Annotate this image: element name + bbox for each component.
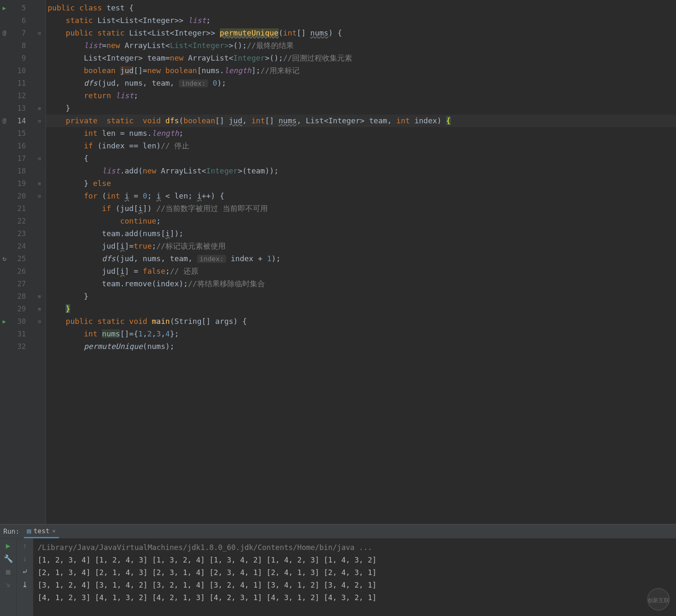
line-number[interactable]: 22: [0, 215, 33, 227]
token: >();: [229, 41, 247, 50]
token: new: [143, 166, 161, 175]
token: int: [84, 329, 102, 338]
line-number[interactable]: 13: [0, 102, 33, 115]
close-icon[interactable]: ✕: [52, 527, 56, 534]
wrench-icon[interactable]: 🔧: [4, 554, 13, 563]
run-gutter-icon[interactable]: ▶: [3, 2, 6, 14]
recursive-call-icon[interactable]: ↻: [3, 252, 7, 265]
code-line[interactable]: boolean jud[]=new boolean[nums.length];/…: [46, 64, 676, 77]
code-line[interactable]: permuteUnique(nums);: [46, 340, 676, 353]
line-number[interactable]: 6: [0, 14, 33, 27]
code-line[interactable]: private static void dfs(boolean[] jud, i…: [46, 115, 676, 127]
token: ++) {: [202, 191, 224, 200]
fold-close-icon[interactable]: ⊞: [38, 178, 41, 190]
line-number[interactable]: 32: [0, 340, 33, 353]
code-line[interactable]: {: [46, 152, 676, 165]
code-line[interactable]: public class test {: [46, 2, 676, 14]
line-number[interactable]: 10: [0, 64, 33, 77]
code-area[interactable]: public class test { static List<List<Int…: [46, 0, 676, 524]
line-number[interactable]: 28: [0, 290, 33, 303]
code-line[interactable]: }: [46, 290, 676, 303]
token: i: [120, 267, 125, 275]
line-number[interactable]: 15: [0, 127, 33, 140]
code-line[interactable]: int len = nums.length;: [46, 127, 676, 140]
code-line[interactable]: if (index == len)// 停止: [46, 140, 676, 152]
line-number[interactable]: 26: [0, 265, 33, 277]
line-number[interactable]: ▶5: [0, 2, 33, 14]
code-line[interactable]: jud[i]=true;//标记该元素被使用: [46, 240, 676, 252]
line-number[interactable]: 19: [0, 177, 33, 190]
token: 3: [156, 329, 161, 338]
token: (nums);: [143, 342, 175, 351]
fold-open-icon[interactable]: ⊟: [38, 316, 41, 328]
code-line[interactable]: for (int i = 0; i < len; i++) {: [46, 190, 676, 202]
code-line[interactable]: list.add(new ArrayList<Integer>(team));: [46, 165, 676, 177]
line-number[interactable]: 18: [0, 165, 33, 177]
token: Integer: [206, 166, 238, 175]
fold-close-icon[interactable]: ⊞: [38, 290, 41, 303]
console-output[interactable]: /Library/Java/JavaVirtualMachines/jdk1.8…: [33, 539, 676, 616]
line-number[interactable]: 12: [0, 89, 33, 102]
line-number[interactable]: 16: [0, 140, 33, 152]
code-line[interactable]: }: [46, 102, 676, 115]
line-number[interactable]: 8: [0, 39, 33, 52]
stop-icon[interactable]: ■: [6, 567, 10, 576]
line-number[interactable]: 27: [0, 277, 33, 290]
token: //最终的结果: [247, 41, 294, 50]
line-number[interactable]: ↻25: [0, 252, 33, 265]
code-line[interactable]: static List<List<Integer>> list;: [46, 14, 676, 27]
fold-open-icon[interactable]: ⊟: [38, 115, 41, 127]
line-number[interactable]: 23: [0, 227, 33, 240]
code-line[interactable]: }: [46, 303, 676, 315]
fold-gutter-cell: [33, 14, 46, 27]
code-line[interactable]: if (jud[i]) //当前数字被用过 当前即不可用: [46, 202, 676, 215]
token: );: [272, 254, 281, 263]
code-line[interactable]: public static List<List<Integer>> permut…: [46, 27, 676, 39]
token: 1: [267, 254, 272, 263]
line-number[interactable]: 29: [0, 303, 33, 315]
down-icon[interactable]: ↓: [23, 554, 27, 563]
fold-open-icon[interactable]: ⊟: [38, 153, 41, 165]
code-line[interactable]: public static void main(String[] args) {: [46, 315, 676, 328]
token: //用来标记: [260, 66, 300, 75]
line-number[interactable]: 17: [0, 152, 33, 165]
line-number[interactable]: 11: [0, 77, 33, 89]
code-line[interactable]: int nums[]={1,2,3,4};: [46, 328, 676, 340]
code-line[interactable]: dfs(jud, nums, team, index: index + 1);: [46, 252, 676, 265]
line-number[interactable]: 9: [0, 52, 33, 64]
line-number[interactable]: @7: [0, 27, 33, 39]
rerun-icon[interactable]: ▶: [6, 541, 10, 550]
layout-icon[interactable]: ⇲: [6, 580, 10, 589]
line-number[interactable]: @14: [0, 115, 33, 127]
run-tab[interactable]: ▤ test ✕: [24, 524, 59, 538]
line-number[interactable]: 24: [0, 240, 33, 252]
code-line[interactable]: } else: [46, 177, 676, 190]
fold-open-icon[interactable]: ⊟: [38, 190, 41, 203]
fold-open-icon[interactable]: ⊟: [38, 27, 41, 40]
token: int: [84, 129, 102, 137]
token: nums: [102, 329, 120, 338]
scroll-to-end-icon[interactable]: ⤓: [22, 580, 28, 589]
code-line[interactable]: List<Integer> team=new ArrayList<Integer…: [46, 52, 676, 64]
up-icon[interactable]: ↑: [23, 541, 27, 550]
code-line[interactable]: continue;: [46, 215, 676, 227]
line-number[interactable]: 20: [0, 190, 33, 202]
line-number[interactable]: 31: [0, 328, 33, 340]
code-line[interactable]: team.add(nums[i]);: [46, 227, 676, 240]
line-number[interactable]: 21: [0, 202, 33, 215]
override-gutter-icon[interactable]: @: [3, 27, 6, 39]
token: permuteUnique: [220, 28, 279, 37]
fold-close-icon[interactable]: ⊞: [38, 303, 41, 316]
line-number[interactable]: ▶30: [0, 315, 33, 328]
code-line[interactable]: return list;: [46, 89, 676, 102]
code-line[interactable]: jud[i] = false;// 还原: [46, 265, 676, 277]
override-gutter-icon[interactable]: @: [3, 115, 6, 127]
fold-gutter-cell: [33, 89, 46, 102]
code-line[interactable]: team.remove(index);//将结果移除临时集合: [46, 277, 676, 290]
run-gutter-icon[interactable]: ▶: [3, 315, 6, 328]
soft-wrap-icon[interactable]: ⤶: [22, 567, 28, 576]
code-line[interactable]: list=new ArrayList<List<Integer>>();//最终…: [46, 39, 676, 52]
fold-close-icon[interactable]: ⊞: [38, 102, 41, 115]
code-line[interactable]: dfs(jud, nums, team, index: 0);: [46, 77, 676, 89]
token: []: [265, 116, 279, 125]
